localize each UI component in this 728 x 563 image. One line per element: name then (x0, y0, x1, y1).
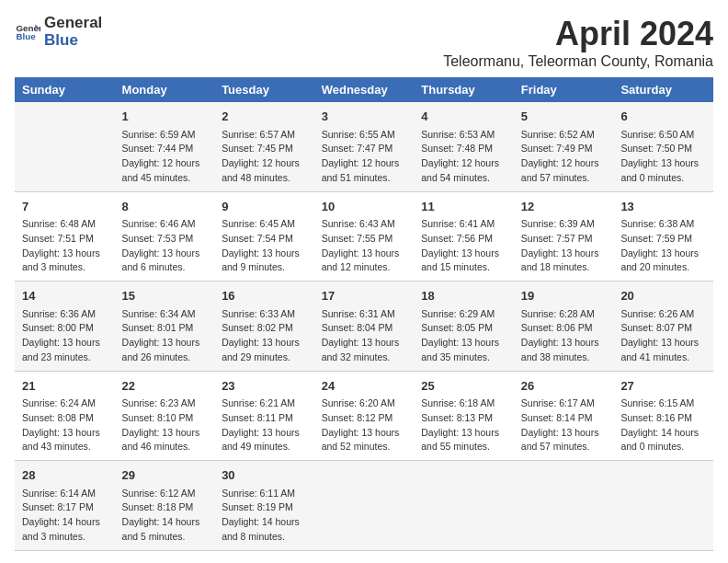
day-info: Sunrise: 6:53 AM Sunset: 7:48 PM Dayligh… (421, 128, 506, 186)
calendar-day-cell (514, 461, 614, 551)
day-number: 27 (620, 377, 706, 396)
calendar-day-cell: 24Sunrise: 6:20 AM Sunset: 8:12 PM Dayli… (314, 371, 415, 461)
calendar-day-cell: 25Sunrise: 6:18 AM Sunset: 8:13 PM Dayli… (414, 371, 514, 461)
day-info: Sunrise: 6:11 AM Sunset: 8:19 PM Dayligh… (222, 487, 307, 545)
day-number: 9 (222, 198, 307, 216)
day-info: Sunrise: 6:48 AM Sunset: 7:51 PM Dayligh… (22, 217, 108, 275)
day-info: Sunrise: 6:36 AM Sunset: 8:00 PM Dayligh… (22, 307, 108, 365)
day-info: Sunrise: 6:59 AM Sunset: 7:44 PM Dayligh… (122, 128, 208, 186)
day-of-week-header: Saturday (613, 77, 713, 102)
day-info: Sunrise: 6:45 AM Sunset: 7:54 PM Dayligh… (222, 217, 307, 275)
day-info: Sunrise: 6:12 AM Sunset: 8:18 PM Dayligh… (122, 487, 208, 545)
day-info: Sunrise: 6:23 AM Sunset: 8:10 PM Dayligh… (122, 396, 208, 454)
day-of-week-header: Monday (115, 77, 215, 102)
day-info: Sunrise: 6:46 AM Sunset: 7:53 PM Dayligh… (122, 217, 208, 275)
calendar-day-cell: 15Sunrise: 6:34 AM Sunset: 8:01 PM Dayli… (115, 282, 215, 372)
day-of-week-header: Sunday (15, 77, 115, 102)
day-number: 11 (421, 198, 506, 216)
day-info: Sunrise: 6:34 AM Sunset: 8:01 PM Dayligh… (122, 307, 208, 365)
calendar-day-cell (314, 461, 415, 551)
day-number: 7 (22, 198, 108, 216)
day-info: Sunrise: 6:20 AM Sunset: 8:12 PM Dayligh… (322, 396, 407, 454)
calendar-day-cell (613, 461, 713, 551)
day-number: 6 (620, 108, 706, 126)
day-number: 14 (22, 287, 108, 305)
day-number: 29 (122, 466, 208, 485)
day-info: Sunrise: 6:57 AM Sunset: 7:45 PM Dayligh… (222, 128, 307, 186)
day-info: Sunrise: 6:24 AM Sunset: 8:08 PM Dayligh… (22, 396, 108, 454)
calendar-day-cell (414, 461, 514, 551)
day-number: 28 (22, 466, 108, 485)
day-info: Sunrise: 6:39 AM Sunset: 7:57 PM Dayligh… (521, 217, 607, 275)
calendar-day-cell: 23Sunrise: 6:21 AM Sunset: 8:11 PM Dayli… (214, 371, 314, 461)
calendar-day-cell: 27Sunrise: 6:15 AM Sunset: 8:16 PM Dayli… (613, 371, 713, 461)
calendar-day-cell: 11Sunrise: 6:41 AM Sunset: 7:56 PM Dayli… (414, 191, 514, 282)
calendar-table: SundayMondayTuesdayWednesdayThursdayFrid… (15, 77, 713, 551)
calendar-title: April 2024 (443, 15, 713, 53)
calendar-header: SundayMondayTuesdayWednesdayThursdayFrid… (15, 77, 713, 102)
day-number: 26 (521, 377, 607, 396)
svg-text:Blue: Blue (16, 31, 36, 41)
logo: General Blue General Blue (15, 15, 102, 49)
calendar-day-cell (15, 102, 115, 191)
day-number: 18 (421, 287, 506, 305)
day-info: Sunrise: 6:50 AM Sunset: 7:50 PM Dayligh… (620, 128, 706, 186)
day-of-week-header: Wednesday (314, 77, 415, 102)
logo-general-text: General (44, 15, 102, 32)
day-number: 17 (322, 287, 407, 305)
day-number: 5 (521, 108, 607, 126)
calendar-day-cell: 8Sunrise: 6:46 AM Sunset: 7:53 PM Daylig… (115, 191, 215, 282)
day-number: 13 (620, 198, 706, 216)
day-number: 20 (620, 287, 706, 305)
calendar-day-cell: 30Sunrise: 6:11 AM Sunset: 8:19 PM Dayli… (214, 461, 314, 551)
calendar-day-cell: 3Sunrise: 6:55 AM Sunset: 7:47 PM Daylig… (314, 102, 415, 191)
day-of-week-header: Thursday (414, 77, 514, 102)
calendar-day-cell: 9Sunrise: 6:45 AM Sunset: 7:54 PM Daylig… (214, 191, 314, 282)
day-info: Sunrise: 6:31 AM Sunset: 8:04 PM Dayligh… (322, 307, 407, 365)
day-number: 16 (222, 287, 307, 305)
calendar-day-cell: 20Sunrise: 6:26 AM Sunset: 8:07 PM Dayli… (613, 282, 713, 372)
calendar-day-cell: 21Sunrise: 6:24 AM Sunset: 8:08 PM Dayli… (15, 371, 115, 461)
day-info: Sunrise: 6:52 AM Sunset: 7:49 PM Dayligh… (521, 128, 607, 186)
calendar-day-cell: 6Sunrise: 6:50 AM Sunset: 7:50 PM Daylig… (613, 102, 713, 191)
calendar-week-row: 7Sunrise: 6:48 AM Sunset: 7:51 PM Daylig… (15, 191, 713, 282)
day-of-week-header: Tuesday (214, 77, 314, 102)
day-info: Sunrise: 6:33 AM Sunset: 8:02 PM Dayligh… (222, 307, 307, 365)
day-number: 25 (421, 377, 506, 396)
day-info: Sunrise: 6:17 AM Sunset: 8:14 PM Dayligh… (521, 396, 607, 454)
calendar-day-cell: 12Sunrise: 6:39 AM Sunset: 7:57 PM Dayli… (514, 191, 614, 282)
day-number: 15 (122, 287, 208, 305)
calendar-day-cell: 16Sunrise: 6:33 AM Sunset: 8:02 PM Dayli… (214, 282, 314, 372)
calendar-day-cell: 17Sunrise: 6:31 AM Sunset: 8:04 PM Dayli… (314, 282, 415, 372)
day-number: 8 (122, 198, 208, 216)
calendar-day-cell: 22Sunrise: 6:23 AM Sunset: 8:10 PM Dayli… (115, 371, 215, 461)
day-info: Sunrise: 6:18 AM Sunset: 8:13 PM Dayligh… (421, 396, 506, 454)
day-number: 24 (322, 377, 407, 396)
calendar-day-cell: 10Sunrise: 6:43 AM Sunset: 7:55 PM Dayli… (314, 191, 415, 282)
calendar-week-row: 14Sunrise: 6:36 AM Sunset: 8:00 PM Dayli… (15, 282, 713, 372)
day-number: 10 (322, 198, 407, 216)
day-number: 21 (22, 377, 108, 396)
calendar-day-cell: 1Sunrise: 6:59 AM Sunset: 7:44 PM Daylig… (115, 102, 215, 191)
day-info: Sunrise: 6:55 AM Sunset: 7:47 PM Dayligh… (322, 128, 407, 186)
day-info: Sunrise: 6:38 AM Sunset: 7:59 PM Dayligh… (620, 217, 706, 275)
day-number: 23 (222, 377, 307, 396)
calendar-body: 1Sunrise: 6:59 AM Sunset: 7:44 PM Daylig… (15, 102, 713, 550)
calendar-day-cell: 26Sunrise: 6:17 AM Sunset: 8:14 PM Dayli… (514, 371, 614, 461)
calendar-week-row: 1Sunrise: 6:59 AM Sunset: 7:44 PM Daylig… (15, 102, 713, 191)
calendar-day-cell: 4Sunrise: 6:53 AM Sunset: 7:48 PM Daylig… (414, 102, 514, 191)
title-section: April 2024 Teleormanu, Teleorman County,… (443, 15, 713, 70)
day-info: Sunrise: 6:26 AM Sunset: 8:07 PM Dayligh… (620, 307, 706, 365)
logo-icon: General Blue (15, 19, 40, 45)
day-number: 30 (222, 466, 307, 485)
logo-blue-text: Blue (44, 32, 102, 50)
day-number: 4 (421, 108, 506, 126)
day-number: 19 (521, 287, 607, 305)
calendar-day-cell: 28Sunrise: 6:14 AM Sunset: 8:17 PM Dayli… (15, 461, 115, 551)
day-info: Sunrise: 6:43 AM Sunset: 7:55 PM Dayligh… (322, 217, 407, 275)
calendar-day-cell: 14Sunrise: 6:36 AM Sunset: 8:00 PM Dayli… (15, 282, 115, 372)
day-number: 12 (521, 198, 607, 216)
calendar-day-cell: 18Sunrise: 6:29 AM Sunset: 8:05 PM Dayli… (414, 282, 514, 372)
day-info: Sunrise: 6:29 AM Sunset: 8:05 PM Dayligh… (421, 307, 506, 365)
day-number: 22 (122, 377, 208, 396)
